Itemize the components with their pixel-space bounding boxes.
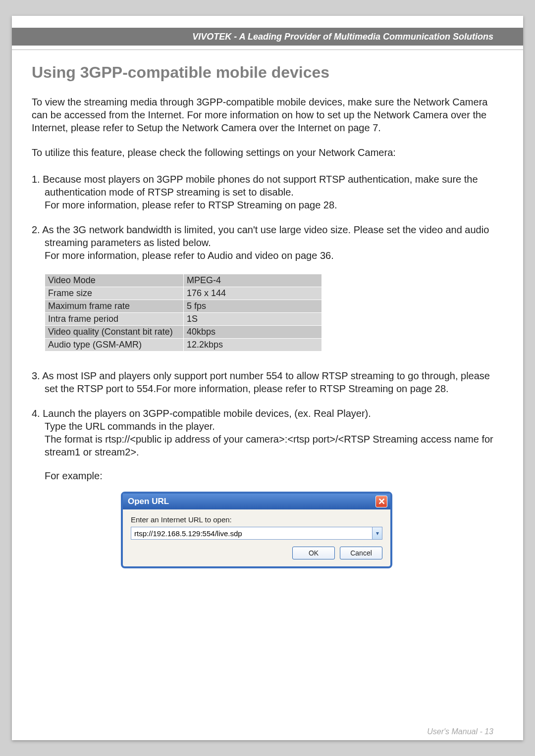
dialog-button-row: OK Cancel (131, 547, 382, 559)
list-item-4-line2: Type the URL commands in the player. (45, 420, 503, 433)
page-content: Using 3GPP-compatible mobile devices To … (32, 63, 503, 568)
page-title: Using 3GPP-compatible mobile devices (32, 63, 503, 82)
table-row: Maximum frame rate 5 fps (45, 300, 322, 313)
url-input[interactable] (131, 529, 372, 538)
list-item-2-more: For more information, please refer to Au… (45, 249, 503, 262)
url-combo: ▾ (131, 527, 382, 540)
url-input-label: Enter an Internet URL to open: (131, 515, 382, 524)
cancel-button[interactable]: Cancel (340, 547, 382, 559)
setting-label: Maximum frame rate (45, 300, 184, 313)
page-footer: User's Manual - 13 (427, 727, 493, 736)
list-item-1: 1. Because most players on 3GPP mobile p… (32, 173, 503, 211)
setting-label: Frame size (45, 287, 184, 300)
list-item-1-text: 1. Because most players on 3GPP mobile p… (32, 174, 478, 198)
list-item-4-line3: The format is rtsp://<public ip address … (45, 433, 503, 458)
table-row: Video Mode MPEG-4 (45, 274, 322, 287)
open-url-dialog: Open URL ✕ Enter an Internet URL to open… (121, 492, 392, 568)
table-row: Video quality (Constant bit rate) 40kbps (45, 326, 322, 339)
header-divider (12, 50, 523, 50)
setting-value: 40kbps (184, 326, 322, 339)
setting-value: 1S (184, 313, 322, 326)
dialog-titlebar: Open URL ✕ (123, 494, 390, 509)
document-page: VIVOTEK - A Leading Provider of Multimed… (12, 16, 523, 740)
setting-value: 12.2kbps (184, 339, 322, 352)
list-item-4-text: 4. Launch the players on 3GPP-compatible… (32, 408, 371, 419)
intro-paragraph-2: To utilize this feature, please check th… (32, 146, 503, 159)
list-item-2: 2. As the 3G network bandwidth is limite… (32, 223, 503, 262)
close-icon: ✕ (378, 497, 385, 506)
setting-value: 176 x 144 (184, 287, 322, 300)
table-row: Audio type (GSM-AMR) 12.2kbps (45, 339, 322, 352)
setting-value: 5 fps (184, 300, 322, 313)
for-example-label: For example: (45, 470, 503, 482)
table-row: Intra frame period 1S (45, 313, 322, 326)
header-band: VIVOTEK - A Leading Provider of Multimed… (12, 28, 523, 46)
setting-label: Intra frame period (45, 313, 184, 326)
close-button[interactable]: ✕ (375, 496, 387, 507)
list-item-4: 4. Launch the players on 3GPP-compatible… (32, 407, 503, 458)
setting-value: MPEG-4 (184, 274, 322, 287)
brand-tagline: VIVOTEK - A Leading Provider of Multimed… (192, 32, 493, 42)
dialog-body: Enter an Internet URL to open: ▾ OK Canc… (123, 509, 390, 566)
combo-dropdown-button[interactable]: ▾ (372, 527, 382, 539)
setting-label: Video quality (Constant bit rate) (45, 326, 184, 339)
table-row: Frame size 176 x 144 (45, 287, 322, 300)
list-item-1-more: For more information, please refer to RT… (45, 199, 503, 211)
settings-table: Video Mode MPEG-4 Frame size 176 x 144 M… (45, 274, 322, 352)
list-item-2-text: 2. As the 3G network bandwidth is limite… (32, 224, 489, 248)
chevron-down-icon: ▾ (376, 530, 379, 537)
dialog-title-text: Open URL (128, 497, 169, 506)
intro-paragraph-1: To view the streaming media through 3GPP… (32, 96, 503, 134)
list-item-3: 3. As most ISP and players only support … (32, 369, 503, 395)
setting-label: Video Mode (45, 274, 184, 287)
ok-button[interactable]: OK (292, 547, 335, 559)
setting-label: Audio type (GSM-AMR) (45, 339, 184, 352)
